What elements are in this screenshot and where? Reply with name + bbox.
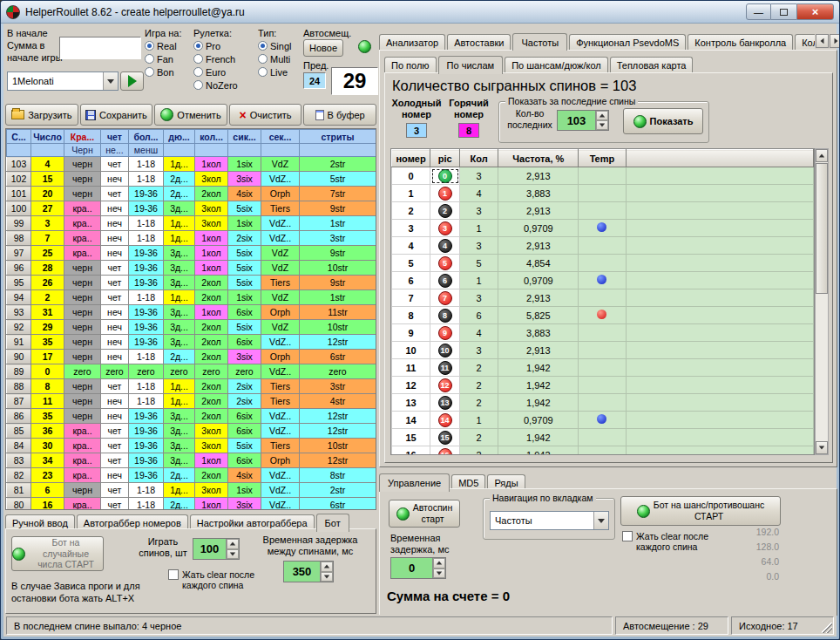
tab-scroll-left-button[interactable] bbox=[816, 34, 829, 48]
radio-Bon[interactable]: Bon bbox=[145, 65, 192, 78]
combo-arrow-icon[interactable] bbox=[103, 72, 118, 90]
history-cell: 16 bbox=[31, 498, 64, 511]
radio-Fan[interactable]: Fan bbox=[145, 52, 192, 65]
freq-row[interactable]: 2232,913 bbox=[392, 202, 814, 220]
history-cell: 1д... bbox=[164, 394, 195, 409]
random-bot-button[interactable]: Бот на случайные числа СТАРТ bbox=[11, 536, 104, 571]
spins-value[interactable]: 100 bbox=[193, 539, 226, 559]
history-row: 9628чернчет19-363д...1кол5sixVdZ10str bbox=[7, 261, 376, 276]
spins-down-button[interactable] bbox=[227, 549, 239, 560]
freq-row[interactable]: 5554,854 bbox=[392, 255, 814, 272]
scroll-up-button[interactable] bbox=[816, 149, 828, 162]
freq-row[interactable]: 9943,883 bbox=[392, 324, 814, 342]
tab-По полю[interactable]: По полю bbox=[384, 57, 437, 73]
nav-combo-arrow-icon[interactable] bbox=[593, 512, 608, 529]
tab-Колесо[interactable]: Колесо bbox=[795, 34, 815, 51]
freq-row[interactable]: 141410,9709 bbox=[392, 412, 814, 429]
autospin-button[interactable]: Автоспин старт bbox=[389, 500, 460, 528]
history-row: 888чернчет1-181д...2кол2sixTiers3str bbox=[7, 379, 376, 394]
scroll-down-button[interactable] bbox=[816, 441, 828, 454]
freq-pic-cell: 2 bbox=[430, 202, 460, 220]
tab-Частоты[interactable]: Частоты bbox=[512, 33, 567, 51]
history-cell: 1кол bbox=[195, 231, 228, 246]
freq-row[interactable]: 131321,942 bbox=[392, 394, 814, 412]
spins-up-button[interactable] bbox=[227, 539, 239, 549]
radio-Pro[interactable]: Pro bbox=[193, 39, 256, 52]
titlebar[interactable]: HelperRoullet 8.62 - create helperroulle… bbox=[1, 1, 839, 24]
control-delay-up-button[interactable] bbox=[433, 558, 445, 569]
freq-row[interactable]: 151521,942 bbox=[392, 429, 814, 446]
bot-delay-spinner[interactable]: 350 bbox=[283, 561, 334, 582]
radio-Euro[interactable]: Euro bbox=[193, 65, 256, 78]
tab-navigation-combobox[interactable]: Частоты bbox=[490, 511, 609, 530]
clear-button[interactable]: ×Очистить bbox=[229, 104, 302, 126]
save-button[interactable]: Сохранить bbox=[80, 104, 153, 126]
resize-grip[interactable] bbox=[822, 623, 832, 633]
radio-French[interactable]: French bbox=[193, 52, 256, 65]
radio-Live[interactable]: Live bbox=[258, 65, 301, 78]
radio-Real[interactable]: Real bbox=[145, 39, 192, 52]
control-clear-checkbox[interactable] bbox=[622, 531, 633, 541]
tab-Анализатор[interactable]: Анализатор bbox=[379, 34, 445, 51]
control-delay-down-button[interactable] bbox=[433, 569, 445, 579]
freq-row[interactable]: 111121,942 bbox=[392, 359, 814, 377]
show-button[interactable]: Показать bbox=[623, 108, 703, 134]
undo-button[interactable]: Отменить bbox=[154, 104, 227, 126]
tab-Тепловая карта[interactable]: Тепловая карта bbox=[610, 57, 694, 73]
spin-index: 97 bbox=[7, 246, 31, 261]
tab-scroll-right-button[interactable] bbox=[830, 34, 840, 48]
load-button[interactable]: Загрузить bbox=[5, 104, 78, 126]
history-row: 8223кра..неч19-362д...2кол4sixVdZ..8str bbox=[7, 468, 376, 483]
freq-row[interactable]: 1143,883 bbox=[392, 185, 814, 202]
radio-Multi[interactable]: Multi bbox=[258, 52, 301, 65]
history-cell: 19-36 bbox=[129, 305, 164, 320]
bot-delay-up-button[interactable] bbox=[321, 562, 333, 572]
new-shift-button[interactable]: Новое bbox=[303, 39, 343, 57]
count-down-button[interactable] bbox=[596, 120, 608, 130]
freq-number: 4 bbox=[392, 237, 430, 255]
tab-Контроль банкролла[interactable]: Контроль банкролла bbox=[688, 34, 793, 51]
tab-Автоставки[interactable]: Автоставки bbox=[447, 34, 511, 51]
history-cell: 20 bbox=[31, 187, 64, 201]
chance-bot-button[interactable]: Бот на шанс/противошанс СТАРТ bbox=[620, 496, 781, 526]
bot-delay-value[interactable]: 350 bbox=[284, 562, 320, 582]
number-chip-7: 7 bbox=[438, 291, 452, 305]
control-delay-spinner[interactable]: 0 bbox=[390, 557, 446, 579]
minimize-button[interactable]: — bbox=[746, 3, 771, 20]
tab-Управление[interactable]: Управление bbox=[379, 473, 450, 492]
freq-scrollbar[interactable] bbox=[815, 148, 829, 455]
freq-row[interactable]: 121221,942 bbox=[392, 377, 814, 394]
spins-spinner[interactable]: 100 bbox=[193, 538, 240, 560]
last-count-value[interactable]: 103 bbox=[558, 111, 595, 130]
freq-pic-cell: 1 bbox=[430, 185, 460, 202]
freq-row[interactable]: 6610,9709 bbox=[392, 272, 814, 289]
bot-delay-down-button[interactable] bbox=[321, 572, 333, 582]
freq-row[interactable]: 101032,913 bbox=[392, 342, 814, 359]
freq-row[interactable]: 8865,825 bbox=[392, 307, 814, 324]
history-col-header: кол... bbox=[195, 130, 228, 144]
freq-row[interactable]: 7732,913 bbox=[392, 289, 814, 307]
freq-row[interactable]: 4432,913 bbox=[392, 237, 814, 255]
maximize-button[interactable] bbox=[771, 3, 796, 20]
count-up-button[interactable] bbox=[596, 111, 608, 120]
preset-combobox[interactable]: 1Melonati bbox=[7, 71, 119, 91]
last-count-spinner[interactable]: 103 bbox=[557, 110, 609, 131]
scroll-thumb[interactable] bbox=[816, 163, 828, 294]
play-button[interactable] bbox=[120, 71, 144, 91]
freq-row[interactable]: 0032,913 bbox=[392, 167, 814, 185]
tab-По шансам/дюж/кол[interactable]: По шансам/дюж/кол bbox=[505, 57, 608, 73]
freq-row[interactable]: 3310,9709 bbox=[392, 220, 814, 237]
radio-Singl[interactable]: Singl bbox=[258, 39, 301, 52]
close-button[interactable]: × bbox=[796, 3, 834, 20]
control-delay-value[interactable]: 0 bbox=[391, 558, 432, 578]
radio-NoZero[interactable]: NoZero bbox=[193, 78, 256, 92]
bot-clear-checkbox[interactable] bbox=[168, 569, 179, 580]
start-sum-input[interactable] bbox=[59, 37, 141, 59]
tab-Бот[interactable]: Бот bbox=[316, 514, 349, 532]
copy-buffer-button[interactable]: В буфер bbox=[303, 104, 376, 126]
history-cell: 2д... bbox=[164, 468, 195, 483]
freq-row[interactable]: 161621,942 bbox=[392, 446, 814, 456]
freq-header-row: номерpicКолЧастота, %Temp bbox=[392, 150, 814, 167]
tab-По числам[interactable]: По числам bbox=[438, 56, 504, 74]
tab-Функционал PsevdoMS[interactable]: Функционал PsevdoMS bbox=[569, 34, 686, 51]
